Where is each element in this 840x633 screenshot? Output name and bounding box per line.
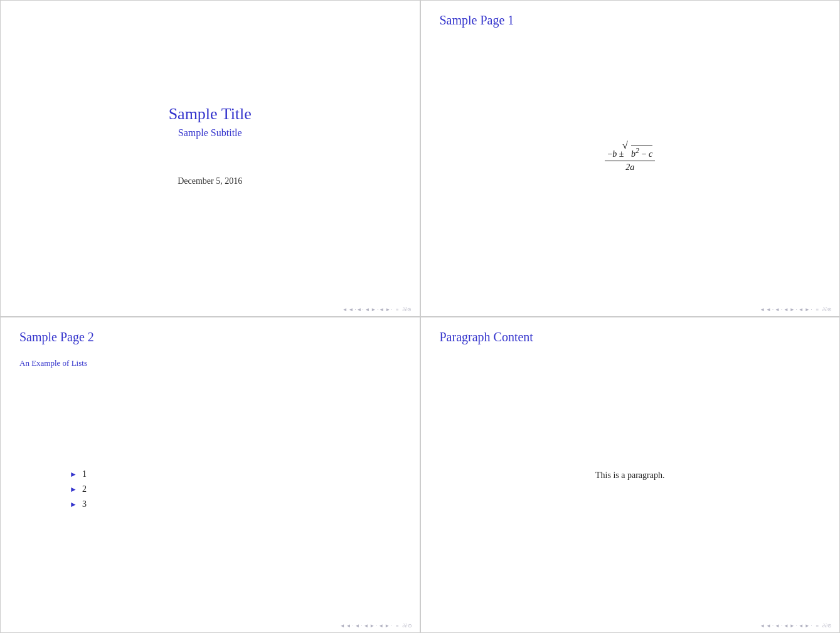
- page2-header: Sample Page 2: [19, 330, 401, 344]
- para-content: Paragraph Content This is a paragraph.: [440, 330, 821, 620]
- fraction: −b ± √ b2 − c 2a: [605, 146, 655, 173]
- formula-area: −b ± √ b2 − c 2a: [440, 40, 821, 304]
- para-header: Paragraph Content: [440, 330, 821, 344]
- main-title: Sample Title: [169, 105, 252, 124]
- bullet-1: ►: [70, 470, 77, 479]
- nav-symbols-3: ◄ ◄ · ◄ · ◄ ► · ◄ ► · ≡ ∂∂⊙: [340, 623, 412, 629]
- nav-bar-4: ◄ ◄ · ◄ · ◄ ► · ◄ ► · ≡ ∂∂⊙: [421, 623, 840, 629]
- list-text-3: 3: [82, 499, 87, 509]
- list-item-2: ► 2: [70, 484, 363, 494]
- list-item-1: ► 1: [70, 469, 363, 479]
- list-text-2: 2: [82, 484, 87, 494]
- nav-bar-1: ◄ ◄ · ◄ · ◄ ► · ◄ ► · ≡ ∂∂⊙: [1, 307, 420, 312]
- nav-bar-2: ◄ ◄ · ◄ · ◄ ► · ◄ ► · ≡ ∂∂⊙: [421, 307, 840, 312]
- page1-content: Sample Page 1 −b ± √ b2 − c 2a: [440, 13, 821, 304]
- slide-title: Sample Title Sample Subtitle December 5,…: [0, 0, 420, 317]
- bullet-3: ►: [70, 500, 77, 509]
- para-text: This is a paragraph.: [595, 471, 664, 481]
- denominator: 2a: [623, 161, 637, 173]
- title-content: Sample Title Sample Subtitle December 5,…: [169, 105, 252, 186]
- nav-bar-3: ◄ ◄ · ◄ · ◄ ► · ◄ ► · ≡ ∂∂⊙: [1, 623, 420, 629]
- list-item-3: ► 3: [70, 499, 363, 509]
- nav-symbols-2: ◄ ◄ · ◄ · ◄ ► · ◄ ► · ≡ ∂∂⊙: [760, 307, 832, 312]
- list-area: ► 1 ► 2 ► 3: [19, 387, 401, 620]
- sub-title: Sample Subtitle: [169, 127, 252, 139]
- slide-page1: Sample Page 1 −b ± √ b2 − c 2a ◄ ◄ · ◄ ·…: [420, 0, 841, 317]
- page2-subtitle: An Example of Lists: [19, 358, 401, 368]
- slide-para: Paragraph Content This is a paragraph. ◄…: [420, 317, 841, 634]
- nav-symbols-1: ◄ ◄ · ◄ · ◄ ► · ◄ ► · ≡ ∂∂⊙: [343, 307, 412, 312]
- bullet-2: ►: [70, 485, 77, 494]
- date: December 5, 2016: [169, 176, 252, 186]
- numerator: −b ± √ b2 − c: [605, 146, 655, 161]
- para-content-area: This is a paragraph.: [440, 357, 821, 620]
- page1-header: Sample Page 1: [440, 13, 821, 28]
- list-text-1: 1: [82, 469, 87, 479]
- page2-content: Sample Page 2 An Example of Lists ► 1 ► …: [19, 330, 401, 620]
- formula: −b ± √ b2 − c 2a: [605, 146, 655, 173]
- nav-symbols-4: ◄ ◄ · ◄ · ◄ ► · ◄ ► · ≡ ∂∂⊙: [760, 623, 832, 629]
- slide-page2: Sample Page 2 An Example of Lists ► 1 ► …: [0, 317, 420, 634]
